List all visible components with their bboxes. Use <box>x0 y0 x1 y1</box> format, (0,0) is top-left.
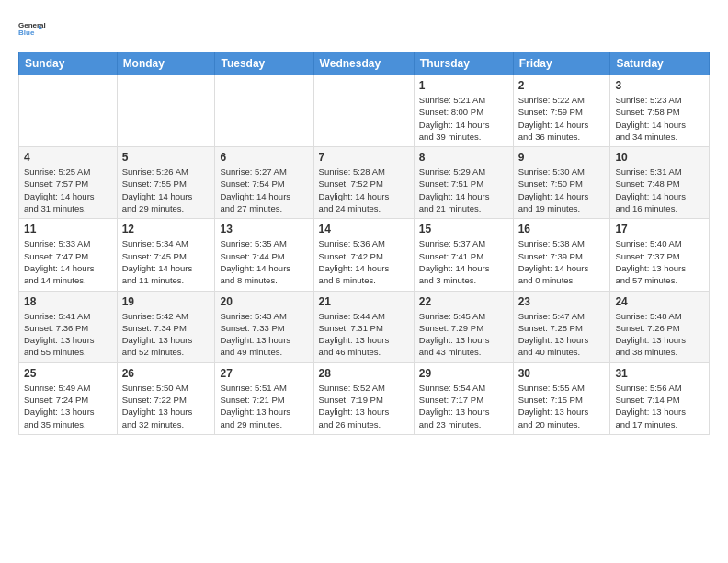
day-info: Sunrise: 5:55 AM Sunset: 7:15 PM Dayligh… <box>518 382 606 431</box>
day-info: Sunrise: 5:54 AM Sunset: 7:17 PM Dayligh… <box>419 382 508 431</box>
week-row-4: 25Sunrise: 5:49 AM Sunset: 7:24 PM Dayli… <box>19 362 710 434</box>
calendar-cell <box>19 75 118 147</box>
calendar-cell: 19Sunrise: 5:42 AM Sunset: 7:34 PM Dayli… <box>117 291 215 362</box>
week-row-3: 18Sunrise: 5:41 AM Sunset: 7:36 PM Dayli… <box>19 291 710 362</box>
day-number: 16 <box>518 223 606 236</box>
weekday-header-row: SundayMondayTuesdayWednesdayThursdayFrid… <box>19 52 710 75</box>
day-number: 19 <box>122 295 210 308</box>
day-number: 5 <box>122 151 210 164</box>
day-info: Sunrise: 5:50 AM Sunset: 7:22 PM Dayligh… <box>122 382 210 431</box>
day-info: Sunrise: 5:40 AM Sunset: 7:37 PM Dayligh… <box>615 237 704 286</box>
calendar-cell <box>117 75 215 147</box>
calendar-cell: 24Sunrise: 5:48 AM Sunset: 7:26 PM Dayli… <box>610 291 710 362</box>
weekday-header-friday: Friday <box>513 52 610 75</box>
day-info: Sunrise: 5:31 AM Sunset: 7:48 PM Dayligh… <box>615 166 704 214</box>
calendar-cell: 15Sunrise: 5:37 AM Sunset: 7:41 PM Dayli… <box>414 219 513 291</box>
day-info: Sunrise: 5:22 AM Sunset: 7:59 PM Dayligh… <box>518 94 606 143</box>
calendar-cell: 6Sunrise: 5:27 AM Sunset: 7:54 PM Daylig… <box>215 147 313 219</box>
day-number: 2 <box>518 79 606 92</box>
day-number: 23 <box>518 295 606 308</box>
day-number: 21 <box>319 295 409 308</box>
day-number: 24 <box>615 295 704 308</box>
svg-text:Blue: Blue <box>18 29 35 37</box>
calendar-cell: 17Sunrise: 5:40 AM Sunset: 7:37 PM Dayli… <box>610 219 710 291</box>
weekday-header-monday: Monday <box>117 52 215 75</box>
day-info: Sunrise: 5:51 AM Sunset: 7:21 PM Dayligh… <box>220 382 308 431</box>
day-number: 13 <box>220 223 308 236</box>
calendar-cell: 28Sunrise: 5:52 AM Sunset: 7:19 PM Dayli… <box>313 362 414 434</box>
day-info: Sunrise: 5:26 AM Sunset: 7:55 PM Dayligh… <box>122 166 210 214</box>
weekday-header-sunday: Sunday <box>19 52 118 75</box>
calendar-cell: 9Sunrise: 5:30 AM Sunset: 7:50 PM Daylig… <box>513 147 610 219</box>
day-info: Sunrise: 5:29 AM Sunset: 7:51 PM Dayligh… <box>419 166 508 214</box>
calendar-cell: 26Sunrise: 5:50 AM Sunset: 7:22 PM Dayli… <box>117 362 215 434</box>
calendar-table: SundayMondayTuesdayWednesdayThursdayFrid… <box>18 52 710 435</box>
day-info: Sunrise: 5:23 AM Sunset: 7:58 PM Dayligh… <box>615 94 704 143</box>
day-number: 10 <box>615 151 704 164</box>
day-info: Sunrise: 5:42 AM Sunset: 7:34 PM Dayligh… <box>122 310 210 359</box>
day-info: Sunrise: 5:52 AM Sunset: 7:19 PM Dayligh… <box>319 382 409 431</box>
day-info: Sunrise: 5:34 AM Sunset: 7:45 PM Dayligh… <box>122 237 210 286</box>
calendar-cell: 18Sunrise: 5:41 AM Sunset: 7:36 PM Dayli… <box>19 291 118 362</box>
calendar-cell: 13Sunrise: 5:35 AM Sunset: 7:44 PM Dayli… <box>215 219 313 291</box>
day-number: 25 <box>24 367 112 380</box>
day-info: Sunrise: 5:48 AM Sunset: 7:26 PM Dayligh… <box>615 310 704 359</box>
header: GeneralBlue <box>18 15 710 42</box>
day-number: 22 <box>419 295 508 308</box>
day-info: Sunrise: 5:41 AM Sunset: 7:36 PM Dayligh… <box>24 310 112 359</box>
day-number: 30 <box>518 367 606 380</box>
week-row-0: 1Sunrise: 5:21 AM Sunset: 8:00 PM Daylig… <box>19 75 710 147</box>
calendar-cell <box>313 75 414 147</box>
day-number: 28 <box>319 367 409 380</box>
day-number: 8 <box>419 151 508 164</box>
day-number: 17 <box>615 223 704 236</box>
day-info: Sunrise: 5:33 AM Sunset: 7:47 PM Dayligh… <box>24 237 112 286</box>
weekday-header-thursday: Thursday <box>414 52 513 75</box>
calendar-page: GeneralBlue SundayMondayTuesdayWednesday… <box>0 0 728 563</box>
week-row-1: 4Sunrise: 5:25 AM Sunset: 7:57 PM Daylig… <box>19 147 710 219</box>
day-number: 14 <box>319 223 409 236</box>
calendar-cell: 21Sunrise: 5:44 AM Sunset: 7:31 PM Dayli… <box>313 291 414 362</box>
calendar-cell: 16Sunrise: 5:38 AM Sunset: 7:39 PM Dayli… <box>513 219 610 291</box>
day-number: 9 <box>518 151 606 164</box>
weekday-header-wednesday: Wednesday <box>313 52 414 75</box>
week-row-2: 11Sunrise: 5:33 AM Sunset: 7:47 PM Dayli… <box>19 219 710 291</box>
day-info: Sunrise: 5:21 AM Sunset: 8:00 PM Dayligh… <box>419 94 508 143</box>
day-info: Sunrise: 5:37 AM Sunset: 7:41 PM Dayligh… <box>419 237 508 286</box>
day-info: Sunrise: 5:25 AM Sunset: 7:57 PM Dayligh… <box>24 166 112 214</box>
day-number: 11 <box>24 223 112 236</box>
calendar-cell: 11Sunrise: 5:33 AM Sunset: 7:47 PM Dayli… <box>19 219 118 291</box>
calendar-cell: 23Sunrise: 5:47 AM Sunset: 7:28 PM Dayli… <box>513 291 610 362</box>
calendar-cell: 14Sunrise: 5:36 AM Sunset: 7:42 PM Dayli… <box>313 219 414 291</box>
day-number: 12 <box>122 223 210 236</box>
day-info: Sunrise: 5:30 AM Sunset: 7:50 PM Dayligh… <box>518 166 606 214</box>
calendar-cell: 3Sunrise: 5:23 AM Sunset: 7:58 PM Daylig… <box>610 75 710 147</box>
logo: GeneralBlue <box>18 15 50 42</box>
calendar-cell: 27Sunrise: 5:51 AM Sunset: 7:21 PM Dayli… <box>215 362 313 434</box>
day-number: 29 <box>419 367 508 380</box>
weekday-header-tuesday: Tuesday <box>215 52 313 75</box>
day-info: Sunrise: 5:47 AM Sunset: 7:28 PM Dayligh… <box>518 310 606 359</box>
day-number: 31 <box>615 367 704 380</box>
day-info: Sunrise: 5:45 AM Sunset: 7:29 PM Dayligh… <box>419 310 508 359</box>
calendar-cell: 5Sunrise: 5:26 AM Sunset: 7:55 PM Daylig… <box>117 147 215 219</box>
day-number: 15 <box>419 223 508 236</box>
calendar-cell: 22Sunrise: 5:45 AM Sunset: 7:29 PM Dayli… <box>414 291 513 362</box>
calendar-cell: 29Sunrise: 5:54 AM Sunset: 7:17 PM Dayli… <box>414 362 513 434</box>
day-number: 18 <box>24 295 112 308</box>
calendar-cell: 4Sunrise: 5:25 AM Sunset: 7:57 PM Daylig… <box>19 147 118 219</box>
day-info: Sunrise: 5:36 AM Sunset: 7:42 PM Dayligh… <box>319 237 409 286</box>
calendar-cell: 20Sunrise: 5:43 AM Sunset: 7:33 PM Dayli… <box>215 291 313 362</box>
calendar-cell: 1Sunrise: 5:21 AM Sunset: 8:00 PM Daylig… <box>414 75 513 147</box>
day-info: Sunrise: 5:49 AM Sunset: 7:24 PM Dayligh… <box>24 382 112 431</box>
day-info: Sunrise: 5:35 AM Sunset: 7:44 PM Dayligh… <box>220 237 308 286</box>
calendar-cell: 10Sunrise: 5:31 AM Sunset: 7:48 PM Dayli… <box>610 147 710 219</box>
calendar-cell: 7Sunrise: 5:28 AM Sunset: 7:52 PM Daylig… <box>313 147 414 219</box>
calendar-cell: 31Sunrise: 5:56 AM Sunset: 7:14 PM Dayli… <box>610 362 710 434</box>
day-info: Sunrise: 5:28 AM Sunset: 7:52 PM Dayligh… <box>319 166 409 214</box>
day-number: 20 <box>220 295 308 308</box>
day-number: 3 <box>615 79 704 92</box>
day-number: 26 <box>122 367 210 380</box>
calendar-cell: 12Sunrise: 5:34 AM Sunset: 7:45 PM Dayli… <box>117 219 215 291</box>
day-number: 27 <box>220 367 308 380</box>
